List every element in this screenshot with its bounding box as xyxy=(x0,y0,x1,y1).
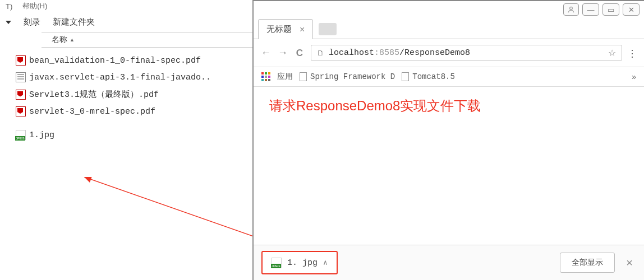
back-button[interactable]: ← xyxy=(260,47,272,59)
download-bar: 1. jpg ∧ 全部显示 × xyxy=(254,245,644,280)
file-row[interactable]: servlet-3_0-mrel-spec.pdf xyxy=(13,103,252,120)
column-label: 名称 xyxy=(52,35,67,45)
toolbar-new-folder[interactable]: 新建文件夹 xyxy=(53,17,95,27)
tab-strip: 无标题 × xyxy=(254,18,644,39)
file-row[interactable]: Servlet3.1规范（最终版）.pdf xyxy=(13,86,252,103)
page-content: 请求ResponseDemo8实现文件下载 xyxy=(254,87,644,125)
close-button[interactable]: ✕ xyxy=(623,3,640,16)
file-row[interactable]: bean_validation-1_0-final-spec.pdf xyxy=(13,52,252,69)
url-text: localhost:8585/ResponseDemo8 xyxy=(329,48,604,58)
browser-tab[interactable]: 无标题 × xyxy=(258,19,313,39)
file-name: Servlet3.1规范（最终版）.pdf xyxy=(29,89,159,100)
window-titlebar: — ▭ ✕ xyxy=(254,1,644,18)
file-row[interactable]: javax.servlet-api-3.1-final-javado.. xyxy=(13,69,252,86)
bookmark-label: Spring Framework D xyxy=(310,72,395,81)
forward-button[interactable]: → xyxy=(277,47,288,59)
pdf-icon xyxy=(16,90,26,100)
toolbar-burn[interactable]: 刻录 xyxy=(24,17,40,27)
file-name: 1.jpg xyxy=(29,130,54,140)
download-filename: 1. jpg xyxy=(287,258,318,268)
menu-item-t[interactable]: T) xyxy=(6,2,12,11)
sort-asc-icon: ▲ xyxy=(70,37,75,43)
file-name: javax.servlet-api-3.1-final-javado.. xyxy=(29,73,211,82)
menu-icon[interactable]: ⋯ xyxy=(627,48,639,58)
bookmark-item[interactable]: Tomcat8.5 xyxy=(402,72,455,81)
column-header-name[interactable]: 名称 ▲ xyxy=(42,32,252,48)
new-tab-button[interactable] xyxy=(319,23,337,35)
explorer-toolbar: 刻录 新建文件夹 xyxy=(0,12,252,32)
page-icon: 🗋 xyxy=(317,49,324,57)
maximize-button[interactable]: ▭ xyxy=(602,3,619,16)
file-name: bean_validation-1_0-final-spec.pdf xyxy=(29,56,201,66)
bookmark-bar: 应用 Spring Framework D Tomcat8.5 » xyxy=(254,67,644,87)
doc-icon xyxy=(300,72,307,81)
file-row[interactable]: 1.jpg xyxy=(13,127,252,143)
bookmark-label: Tomcat8.5 xyxy=(412,72,455,81)
dropdown-icon[interactable] xyxy=(6,21,11,24)
tab-title: 无标题 xyxy=(266,24,292,35)
menu-item-help[interactable]: 帮助(H) xyxy=(22,1,47,11)
explorer-menubar: T) 帮助(H) xyxy=(0,0,252,12)
download-item[interactable]: 1. jpg ∧ xyxy=(261,251,338,274)
pdf-icon xyxy=(16,55,26,66)
bookmark-star-icon[interactable]: ☆ xyxy=(608,48,616,58)
jpeg-icon xyxy=(16,130,26,140)
browser-window: — ▭ ✕ 无标题 × ← → C 🗋 localhost:8585/Respo… xyxy=(252,0,644,280)
show-all-button[interactable]: 全部显示 xyxy=(560,253,615,273)
doc-icon xyxy=(16,72,26,82)
jpeg-icon xyxy=(272,258,282,268)
chevron-up-icon[interactable]: ∧ xyxy=(323,258,328,267)
file-list: bean_validation-1_0-final-spec.pdf javax… xyxy=(0,48,252,143)
pdf-icon xyxy=(16,106,26,116)
file-name: servlet-3_0-mrel-spec.pdf xyxy=(29,107,155,116)
doc-icon xyxy=(402,72,409,81)
apps-label[interactable]: 应用 xyxy=(277,72,293,82)
navigation-bar: ← → C 🗋 localhost:8585/ResponseDemo8 ☆ ⋯ xyxy=(254,39,644,67)
svg-point-2 xyxy=(570,7,573,10)
apps-icon[interactable] xyxy=(261,72,270,81)
tab-close-icon[interactable]: × xyxy=(300,25,305,35)
minimize-button[interactable]: — xyxy=(582,3,599,16)
user-button[interactable] xyxy=(563,3,579,16)
address-bar[interactable]: 🗋 localhost:8585/ResponseDemo8 ☆ xyxy=(311,45,622,61)
chevron-right-icon[interactable]: » xyxy=(632,72,636,81)
reload-button[interactable]: C xyxy=(294,48,305,59)
file-explorer: T) 帮助(H) 刻录 新建文件夹 名称 ▲ bean_validation-1… xyxy=(0,0,252,280)
bookmark-item[interactable]: Spring Framework D xyxy=(300,72,395,81)
page-headline: 请求ResponseDemo8实现文件下载 xyxy=(269,97,628,115)
close-icon[interactable]: × xyxy=(623,256,636,269)
